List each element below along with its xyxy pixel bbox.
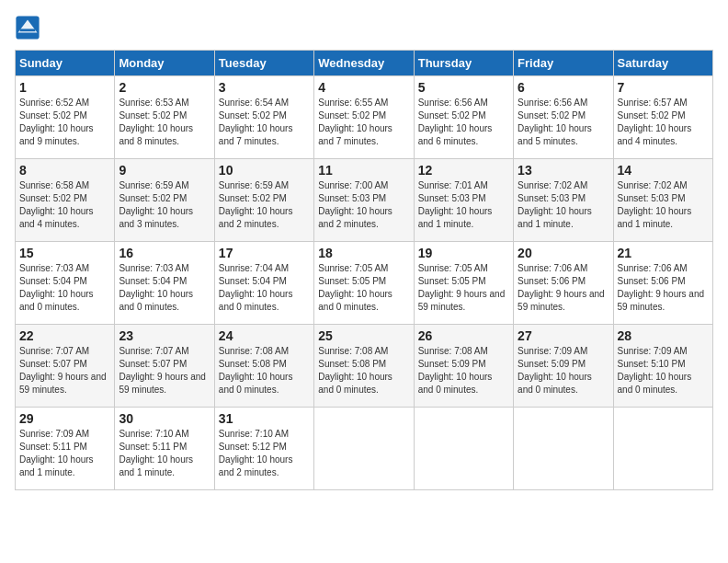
day-info: Sunrise: 7:10 AMSunset: 5:11 PMDaylight:… xyxy=(119,428,210,479)
day-number: 7 xyxy=(618,80,709,95)
calendar-cell: 22Sunrise: 7:07 AMSunset: 5:07 PMDayligh… xyxy=(16,325,115,408)
day-info: Sunrise: 7:07 AMSunset: 5:07 PMDaylight:… xyxy=(19,345,110,396)
svg-rect-2 xyxy=(20,29,36,31)
day-number: 9 xyxy=(119,163,210,178)
day-number: 27 xyxy=(518,328,609,343)
day-info: Sunrise: 7:09 AMSunset: 5:11 PMDaylight:… xyxy=(19,428,110,479)
calendar-cell: 9Sunrise: 6:59 AMSunset: 5:02 PMDaylight… xyxy=(115,159,214,242)
calendar-cell xyxy=(613,408,712,490)
day-number: 4 xyxy=(318,80,409,95)
calendar-cell: 12Sunrise: 7:01 AMSunset: 5:03 PMDayligh… xyxy=(414,159,513,242)
day-info: Sunrise: 6:53 AMSunset: 5:02 PMDaylight:… xyxy=(119,97,210,148)
header-thursday: Thursday xyxy=(414,51,513,76)
calendar-cell: 29Sunrise: 7:09 AMSunset: 5:11 PMDayligh… xyxy=(16,408,115,490)
calendar-cell: 4Sunrise: 6:55 AMSunset: 5:02 PMDaylight… xyxy=(314,76,414,159)
header-friday: Friday xyxy=(514,51,613,76)
day-info: Sunrise: 7:03 AMSunset: 5:04 PMDaylight:… xyxy=(119,262,210,314)
day-number: 2 xyxy=(119,80,210,95)
day-number: 26 xyxy=(418,328,509,343)
calendar-cell: 17Sunrise: 7:04 AMSunset: 5:04 PMDayligh… xyxy=(214,242,313,325)
day-info: Sunrise: 6:57 AMSunset: 5:02 PMDaylight:… xyxy=(618,97,709,148)
calendar-cell: 5Sunrise: 6:56 AMSunset: 5:02 PMDaylight… xyxy=(414,76,513,159)
day-info: Sunrise: 7:06 AMSunset: 5:06 PMDaylight:… xyxy=(518,262,609,314)
calendar-cell xyxy=(514,408,613,490)
calendar-cell: 31Sunrise: 7:10 AMSunset: 5:12 PMDayligh… xyxy=(214,408,313,490)
day-number: 13 xyxy=(518,163,609,178)
day-info: Sunrise: 7:08 AMSunset: 5:08 PMDaylight:… xyxy=(219,345,310,396)
day-number: 3 xyxy=(219,80,310,95)
calendar-cell: 21Sunrise: 7:06 AMSunset: 5:06 PMDayligh… xyxy=(613,242,712,325)
day-info: Sunrise: 7:04 AMSunset: 5:04 PMDaylight:… xyxy=(219,262,310,314)
header-wednesday: Wednesday xyxy=(314,51,414,76)
calendar-cell: 2Sunrise: 6:53 AMSunset: 5:02 PMDaylight… xyxy=(115,76,214,159)
day-number: 18 xyxy=(318,246,409,260)
header-tuesday: Tuesday xyxy=(214,51,313,76)
day-number: 23 xyxy=(119,328,210,343)
calendar-cell: 27Sunrise: 7:09 AMSunset: 5:09 PMDayligh… xyxy=(514,325,613,408)
day-info: Sunrise: 6:56 AMSunset: 5:02 PMDaylight:… xyxy=(518,97,609,148)
calendar-cell: 25Sunrise: 7:08 AMSunset: 5:08 PMDayligh… xyxy=(314,325,414,408)
day-number: 1 xyxy=(19,80,110,95)
day-number: 10 xyxy=(219,163,310,178)
day-info: Sunrise: 7:09 AMSunset: 5:10 PMDaylight:… xyxy=(618,345,709,396)
day-number: 11 xyxy=(318,163,409,178)
day-number: 17 xyxy=(219,246,310,260)
logo xyxy=(15,15,44,40)
day-info: Sunrise: 7:01 AMSunset: 5:03 PMDaylight:… xyxy=(418,179,509,231)
day-info: Sunrise: 6:52 AMSunset: 5:02 PMDaylight:… xyxy=(19,97,110,148)
calendar-cell: 16Sunrise: 7:03 AMSunset: 5:04 PMDayligh… xyxy=(115,242,214,325)
calendar-cell: 30Sunrise: 7:10 AMSunset: 5:11 PMDayligh… xyxy=(115,408,214,490)
calendar-table: SundayMondayTuesdayWednesdayThursdayFrid… xyxy=(15,50,713,490)
calendar-cell: 11Sunrise: 7:00 AMSunset: 5:03 PMDayligh… xyxy=(314,159,414,242)
day-info: Sunrise: 6:58 AMSunset: 5:02 PMDaylight:… xyxy=(19,179,110,231)
day-number: 24 xyxy=(219,328,310,343)
day-info: Sunrise: 7:08 AMSunset: 5:08 PMDaylight:… xyxy=(318,345,409,396)
calendar-week-row: 8Sunrise: 6:58 AMSunset: 5:02 PMDaylight… xyxy=(16,159,713,242)
calendar-week-row: 22Sunrise: 7:07 AMSunset: 5:07 PMDayligh… xyxy=(16,325,713,408)
calendar-cell: 20Sunrise: 7:06 AMSunset: 5:06 PMDayligh… xyxy=(514,242,613,325)
day-number: 21 xyxy=(618,246,709,260)
calendar-week-row: 15Sunrise: 7:03 AMSunset: 5:04 PMDayligh… xyxy=(16,242,713,325)
calendar-cell: 7Sunrise: 6:57 AMSunset: 5:02 PMDaylight… xyxy=(613,76,712,159)
header-monday: Monday xyxy=(115,51,214,76)
calendar-cell: 8Sunrise: 6:58 AMSunset: 5:02 PMDaylight… xyxy=(16,159,115,242)
day-number: 29 xyxy=(19,411,110,426)
day-info: Sunrise: 7:05 AMSunset: 5:05 PMDaylight:… xyxy=(318,262,409,314)
day-info: Sunrise: 7:00 AMSunset: 5:03 PMDaylight:… xyxy=(318,179,409,231)
header-sunday: Sunday xyxy=(16,51,115,76)
day-number: 8 xyxy=(19,163,110,178)
day-info: Sunrise: 6:59 AMSunset: 5:02 PMDaylight:… xyxy=(119,179,210,231)
day-info: Sunrise: 6:56 AMSunset: 5:02 PMDaylight:… xyxy=(418,97,509,148)
day-number: 6 xyxy=(518,80,609,95)
calendar-cell: 15Sunrise: 7:03 AMSunset: 5:04 PMDayligh… xyxy=(16,242,115,325)
calendar-cell: 1Sunrise: 6:52 AMSunset: 5:02 PMDaylight… xyxy=(16,76,115,159)
calendar-cell: 23Sunrise: 7:07 AMSunset: 5:07 PMDayligh… xyxy=(115,325,214,408)
day-info: Sunrise: 6:59 AMSunset: 5:02 PMDaylight:… xyxy=(219,179,310,231)
day-number: 20 xyxy=(518,246,609,260)
calendar-cell: 3Sunrise: 6:54 AMSunset: 5:02 PMDaylight… xyxy=(214,76,313,159)
calendar-cell: 10Sunrise: 6:59 AMSunset: 5:02 PMDayligh… xyxy=(214,159,313,242)
logo-icon xyxy=(15,15,40,40)
day-number: 25 xyxy=(318,328,409,343)
calendar-cell: 26Sunrise: 7:08 AMSunset: 5:09 PMDayligh… xyxy=(414,325,513,408)
calendar-cell: 18Sunrise: 7:05 AMSunset: 5:05 PMDayligh… xyxy=(314,242,414,325)
calendar-cell: 6Sunrise: 6:56 AMSunset: 5:02 PMDaylight… xyxy=(514,76,613,159)
day-info: Sunrise: 7:06 AMSunset: 5:06 PMDaylight:… xyxy=(618,262,709,314)
day-number: 16 xyxy=(119,246,210,260)
day-info: Sunrise: 7:07 AMSunset: 5:07 PMDaylight:… xyxy=(119,345,210,396)
calendar-header-row: SundayMondayTuesdayWednesdayThursdayFrid… xyxy=(16,51,713,76)
calendar-week-row: 29Sunrise: 7:09 AMSunset: 5:11 PMDayligh… xyxy=(16,408,713,490)
day-number: 22 xyxy=(19,328,110,343)
day-number: 31 xyxy=(219,411,310,426)
calendar-cell: 28Sunrise: 7:09 AMSunset: 5:10 PMDayligh… xyxy=(613,325,712,408)
day-number: 12 xyxy=(418,163,509,178)
calendar-cell xyxy=(414,408,513,490)
calendar-cell: 24Sunrise: 7:08 AMSunset: 5:08 PMDayligh… xyxy=(214,325,313,408)
day-info: Sunrise: 7:08 AMSunset: 5:09 PMDaylight:… xyxy=(418,345,509,396)
header-saturday: Saturday xyxy=(613,51,712,76)
day-number: 5 xyxy=(418,80,509,95)
day-number: 30 xyxy=(119,411,210,426)
calendar-cell: 14Sunrise: 7:02 AMSunset: 5:03 PMDayligh… xyxy=(613,159,712,242)
day-info: Sunrise: 6:54 AMSunset: 5:02 PMDaylight:… xyxy=(219,97,310,148)
day-number: 28 xyxy=(618,328,709,343)
